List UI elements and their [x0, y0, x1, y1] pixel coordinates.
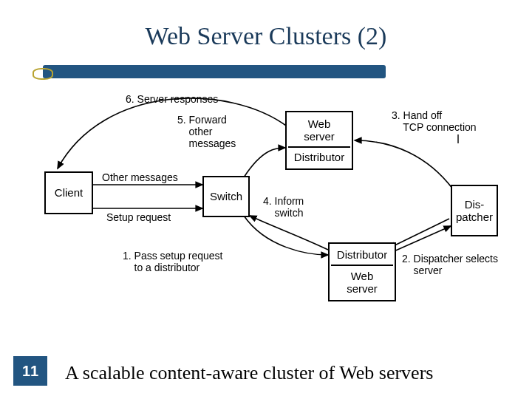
- distributor-bottom-label: Distributor: [337, 248, 387, 261]
- page-number-badge: 11: [13, 356, 47, 386]
- web-server-top-label: Web server: [304, 117, 335, 143]
- client-box: Client: [44, 171, 93, 214]
- title-area: Web Server Clusters (2): [0, 22, 532, 50]
- client-label: Client: [55, 186, 83, 199]
- label-2: 2. Dispatcher selects server: [402, 253, 498, 276]
- page-number: 11: [22, 363, 38, 380]
- dispatcher-box: Dis- patcher: [451, 185, 498, 236]
- web-server-top-box: Web server Distributor: [285, 111, 353, 170]
- label-other: Other messages: [102, 171, 178, 183]
- diagram: Client Switch Web server Distributor Dis…: [44, 89, 502, 332]
- label-4: 4. Inform switch: [263, 195, 304, 219]
- dispatcher-label: Dis- patcher: [456, 198, 493, 224]
- distributor-top-label: Distributor: [294, 151, 344, 163]
- web-server-bottom-label: Web server: [347, 270, 378, 296]
- label-6: 6. Server responses: [126, 93, 218, 105]
- accent-bullet-icon: [33, 68, 53, 80]
- switch-label: Switch: [210, 190, 242, 202]
- svg-line-3: [389, 219, 449, 248]
- label-5: 5. Forward other messages: [177, 114, 236, 149]
- label-1: 1. Pass setup request to a distributor: [123, 250, 222, 273]
- slide-title: Web Server Clusters (2): [0, 22, 532, 50]
- accent-line: [43, 65, 386, 78]
- switch-box: Switch: [202, 176, 250, 217]
- label-3: 3. Hand off TCP connection: [392, 109, 477, 133]
- distributor-bottom-box: Distributor Web server: [328, 242, 396, 301]
- slide-caption: A scalable content-aware cluster of Web …: [65, 362, 517, 384]
- label-setup: Setup request: [106, 211, 171, 223]
